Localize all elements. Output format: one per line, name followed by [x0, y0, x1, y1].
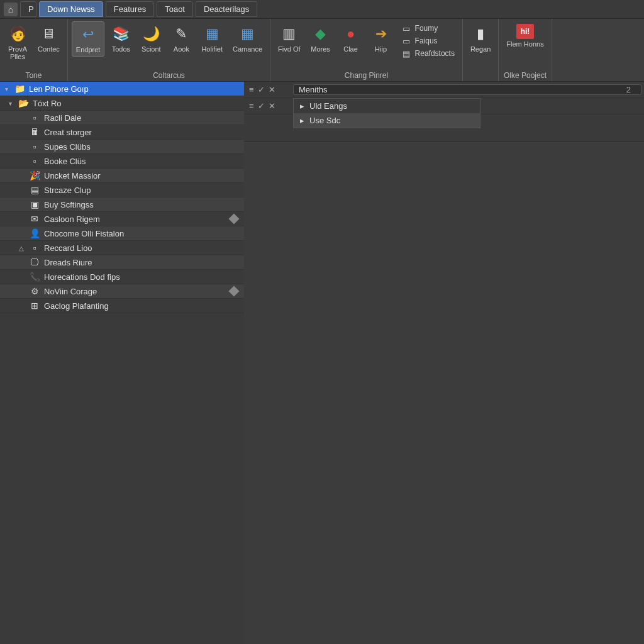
grid-icon: ▦: [202, 24, 222, 44]
check-icon[interactable]: ✓: [258, 101, 265, 111]
tab-label: Toaot: [165, 4, 185, 14]
ic-page: [29, 243, 40, 253]
close-icon[interactable]: ✕: [269, 101, 275, 111]
dropdown-item[interactable]: ▸ Use Sdc: [294, 113, 480, 128]
ribbon-label: Camance: [233, 45, 262, 53]
ribbon-btn-prova[interactable]: 🧑 ProvA Plles: [4, 21, 31, 63]
tab-deacterilags[interactable]: Deacterilags: [196, 1, 257, 17]
tree-item[interactable]: Racli Dale: [0, 111, 244, 125]
pencil-icon: ✎: [171, 24, 191, 44]
circle-icon: ●: [341, 24, 361, 44]
tree-item[interactable]: Creat storger: [0, 125, 244, 140]
tree-item-label: Horecations Dod fips: [44, 272, 244, 282]
tree-item[interactable]: ▾Tóxt Ro: [0, 96, 244, 111]
ribbon-label: Endpret: [76, 46, 101, 53]
tree-item-label: Racli Dale: [44, 113, 244, 123]
tree-item[interactable]: ▾Len Pihore Goıp: [0, 82, 244, 96]
ic-folder-open: [18, 98, 29, 108]
tree-item[interactable]: Chocome Olli Fistalon: [0, 226, 244, 241]
content-header[interactable]: Meniths 2: [293, 84, 641, 95]
home-icon: ⌂: [8, 4, 13, 14]
ribbon-btn-todos[interactable]: 📚 Todos: [107, 21, 135, 55]
tree-item[interactable]: Casloon Rigem: [0, 212, 244, 226]
tree-item[interactable]: △Reccard Lioo: [0, 241, 244, 255]
ribbon-label: Todos: [112, 45, 130, 53]
ribbon-label: Holifiet: [201, 45, 223, 53]
tree-item-label: NoViin Corage: [44, 287, 226, 296]
ribbon-btn-contec[interactable]: 🖥 Contec: [34, 21, 64, 55]
ribbon-btn-clae[interactable]: ● Clae: [337, 21, 365, 55]
monitor-icon: 🖥: [38, 24, 58, 44]
ribbon-btn-camance[interactable]: ▦ Camance: [229, 21, 266, 55]
tree-item[interactable]: NoViin Corage: [0, 284, 244, 299]
tree-item-label: Chocome Olli Fistalon: [44, 229, 244, 238]
tree-item-label: Strcaze Clup: [44, 186, 244, 195]
tree-item-label: Len Pihore Goıp: [29, 84, 244, 94]
tree-item[interactable]: Supes Clübs: [0, 140, 244, 154]
ic-note: [29, 185, 40, 195]
ic-page: [29, 156, 40, 166]
tree-item-label: Dreads Riure: [44, 258, 244, 267]
tree-item[interactable]: Strcaze Clup: [0, 183, 244, 197]
ic-page: [29, 142, 40, 152]
tree-item[interactable]: Buy Scftingss: [0, 197, 244, 212]
ribbon-btn-mores[interactable]: ◆ Mores: [307, 21, 335, 55]
grid-icon: ▦: [238, 24, 258, 44]
expand-icon[interactable]: △: [18, 245, 25, 252]
tree-item[interactable]: Uncket Massior: [0, 169, 244, 183]
tab-label: Down Newss: [47, 4, 95, 14]
tab-toaot[interactable]: Toaot: [157, 1, 193, 17]
loop-icon: ↩: [78, 25, 98, 45]
menu-icon[interactable]: ≡: [249, 101, 254, 111]
tab-down-newss[interactable]: Down Newss: [39, 1, 103, 17]
diamond-icon: ◆: [311, 24, 331, 44]
ribbon-group-olke: hi! Flem Honns Olke Pooject: [499, 19, 552, 81]
ic-folder: [14, 84, 25, 94]
ribbon-group-coltarcus: ↩ Endpret 📚 Todos 🌙 Sciont ✎ Aook ▦ Holi…: [68, 19, 270, 81]
ribbon-group-label: Tone: [4, 71, 64, 80]
hi-icon: hi!: [516, 24, 534, 39]
tree-item-label: Buy Scftingss: [44, 200, 244, 209]
check-icon[interactable]: ✓: [258, 85, 265, 94]
menu-icon[interactable]: ≡: [249, 85, 254, 94]
ribbon-btn-regan[interactable]: ▮ Regan: [467, 21, 494, 55]
folder-arrow-icon: ▸: [300, 116, 304, 125]
expand-icon[interactable]: ▾: [6, 100, 14, 107]
tree-item[interactable]: Booke Clüs: [0, 154, 244, 169]
ribbon-btn-aook[interactable]: ✎ Aook: [167, 21, 195, 55]
stack-icon: ▥: [279, 24, 299, 44]
ribbon-btn-flemhonns[interactable]: hi! Flem Honns: [502, 21, 547, 50]
home-button[interactable]: ⌂: [4, 3, 18, 16]
ic-gear: [29, 286, 40, 296]
ribbon-btn-holifiet[interactable]: ▦ Holifiet: [197, 21, 226, 55]
tree-item[interactable]: Horecations Dod fips: [0, 270, 244, 284]
ic-party: [29, 170, 40, 180]
ribbon-label: Fivd Of: [278, 45, 300, 53]
tab-label: Features: [114, 4, 146, 14]
tree-item-label: Creat storger: [44, 128, 244, 137]
ic-user: [29, 228, 40, 238]
close-icon[interactable]: ✕: [269, 85, 275, 94]
ribbon-btn-sciont[interactable]: 🌙 Sciont: [137, 21, 165, 55]
expand-icon[interactable]: ▾: [3, 86, 10, 92]
diamond-badge-icon: [229, 286, 240, 297]
ribbon-btn-endpret[interactable]: ↩ Endpret: [72, 21, 105, 57]
tab-features[interactable]: Features: [106, 1, 154, 17]
list-icon: ▤: [401, 48, 411, 58]
ribbon-label: Contec: [38, 45, 60, 53]
ribbon-group-label: Coltarcus: [72, 71, 266, 80]
ribbon-row-reafdstocts[interactable]: ▤ Reafdstocts: [400, 48, 456, 59]
tab-partial[interactable]: P: [20, 1, 36, 17]
ribbon-row-foumy[interactable]: ▭ Foumy: [400, 23, 456, 34]
tree-item[interactable]: Gaclog Plafanting: [0, 299, 244, 313]
moon-icon: 🌙: [141, 24, 161, 44]
ribbon-btn-fivdof[interactable]: ▥ Fivd Of: [274, 21, 304, 55]
tree-item[interactable]: Dreads Riure: [0, 255, 244, 270]
ribbon-btn-hiip[interactable]: ➔ Hiip: [367, 21, 395, 55]
dropdown-item[interactable]: ▸ Uld Eangs: [294, 99, 480, 113]
ribbon-label: ProvA Plles: [8, 45, 27, 60]
ribbon-label: Hiip: [375, 45, 387, 53]
ic-box: [29, 199, 40, 209]
ribbon-group-chang: ▥ Fivd Of ◆ Mores ● Clae ➔ Hiip ▭ Foumy: [270, 19, 463, 81]
ribbon-row-faiqus[interactable]: ▭ Faiqus: [400, 35, 456, 47]
